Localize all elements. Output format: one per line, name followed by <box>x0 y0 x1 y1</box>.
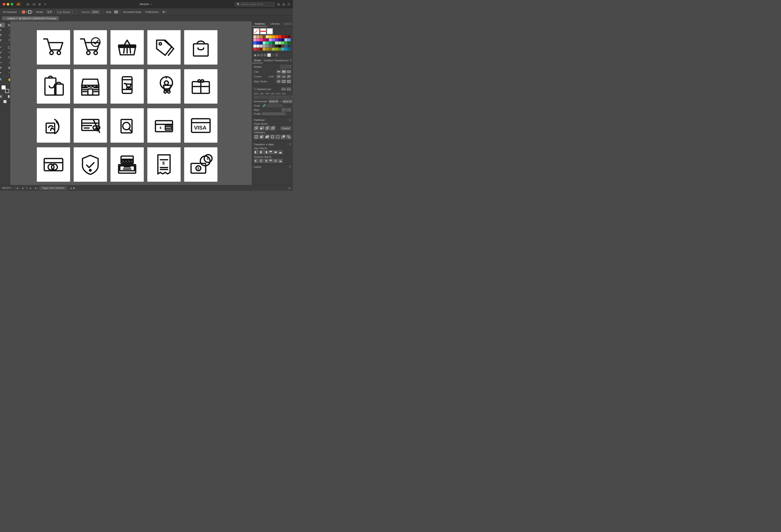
swatch[interactable] <box>275 35 278 38</box>
align-inside-btn[interactable] <box>282 80 286 83</box>
panel-mode-icon-1[interactable]: ◉ <box>254 53 256 57</box>
preferences-btn[interactable]: Preferences <box>144 10 160 14</box>
touch-type-tool[interactable]: T <box>5 38 10 43</box>
style-box[interactable] <box>114 10 118 13</box>
icon-cell-visa[interactable]: VISA <box>184 108 217 142</box>
grid-icon[interactable]: ⊞ <box>38 3 41 6</box>
align-center-btn[interactable] <box>277 80 281 83</box>
arrange-icon[interactable]: ⊞ <box>277 2 280 6</box>
measure-tool[interactable]: ↔ <box>5 70 10 75</box>
swatch[interactable] <box>263 35 265 38</box>
pf-minus-back-btn[interactable] <box>281 135 286 139</box>
icon-cell-debit-card[interactable] <box>37 147 70 182</box>
icon-cell-cart[interactable] <box>37 30 70 65</box>
pathfinder-menu-icon[interactable]: ☰ <box>289 119 291 121</box>
swatch[interactable] <box>263 45 265 47</box>
panel-menu-icon[interactable]: ☰ <box>290 23 292 26</box>
swatch[interactable] <box>259 41 262 44</box>
canvas-area[interactable]: $ VISA <box>10 21 252 185</box>
dash-input-1[interactable] <box>254 96 260 99</box>
zoom-chevron[interactable]: ▾ <box>12 187 13 189</box>
swatch[interactable] <box>284 38 287 41</box>
grid-large-icon[interactable]: ⊟ <box>287 23 289 26</box>
swatch[interactable] <box>284 41 287 44</box>
cap-round-btn[interactable] <box>282 70 286 74</box>
swatch[interactable] <box>284 35 287 38</box>
swatches-tab[interactable]: Swatches <box>252 21 268 27</box>
align-outside-btn[interactable] <box>287 80 291 83</box>
libraries-tab[interactable]: Libraries <box>268 21 283 27</box>
swatch[interactable] <box>288 45 290 47</box>
swatch[interactable] <box>263 38 265 41</box>
hand-tool[interactable]: ✋ <box>5 77 10 82</box>
panel-new-icon[interactable]: ☰ <box>275 53 278 57</box>
icon-cell-card-payment[interactable]: $ <box>147 108 180 142</box>
gradient-tab[interactable]: Gradient <box>263 58 274 63</box>
opacity-value[interactable]: 100% <box>91 10 99 14</box>
none-swatch[interactable] <box>253 28 259 34</box>
weight-input[interactable] <box>280 65 289 69</box>
panel-icon[interactable]: ▤ <box>282 2 285 6</box>
stroke-chevron[interactable]: ▾ <box>32 10 33 13</box>
paintbrush-tool[interactable]: 🖌 <box>0 50 5 55</box>
panel-menu-btn[interactable]: ⋯ <box>272 53 275 57</box>
zoom-tool[interactable]: 🔍 <box>0 77 5 82</box>
panel-mode-icon-4[interactable]: ⊞ <box>264 53 266 57</box>
pf-extra-btn[interactable] <box>286 135 291 139</box>
warp-tool[interactable]: 〜 <box>0 60 5 65</box>
pf-outline-btn[interactable] <box>276 135 280 139</box>
artboard-prev-start-btn[interactable]: |◄ <box>15 187 19 190</box>
select-tool[interactable] <box>0 23 5 28</box>
close-button[interactable] <box>3 3 5 6</box>
status-scroll-right[interactable]: ▶ <box>289 187 291 189</box>
swatch[interactable] <box>266 38 269 41</box>
maximize-button[interactable] <box>11 3 13 6</box>
swatch[interactable] <box>278 41 281 44</box>
scale-link-icon[interactable]: 🔗 <box>262 104 266 107</box>
white-swatch[interactable] <box>267 28 273 34</box>
color-mode-btn[interactable] <box>0 94 5 99</box>
dashed-checkbox[interactable] <box>254 88 256 90</box>
pf-exclude-btn[interactable] <box>271 126 275 130</box>
special-swatch[interactable] <box>260 28 266 34</box>
stroke-swatch[interactable] <box>28 10 31 13</box>
swatch[interactable] <box>256 48 259 51</box>
swatch[interactable] <box>275 48 278 51</box>
swatch[interactable] <box>263 41 265 44</box>
pen-tool[interactable] <box>0 33 5 38</box>
screen-mode-btn[interactable]: ⬜ <box>1 99 9 104</box>
scale-start-input[interactable] <box>266 104 274 107</box>
swatch[interactable] <box>269 41 272 44</box>
pf-trim-btn[interactable] <box>259 135 264 139</box>
arrowhead-end-select[interactable]: None <box>282 99 292 103</box>
cap-butt-btn[interactable] <box>277 70 281 74</box>
swatch[interactable] <box>266 48 269 51</box>
corner-round-btn[interactable] <box>282 75 286 78</box>
profile-flip-icon[interactable]: ↔ <box>286 113 289 115</box>
expand-btn[interactable]: Expand <box>281 126 291 130</box>
align-bottom-btn[interactable] <box>278 150 283 154</box>
swatch[interactable] <box>253 41 256 44</box>
dash-input-2[interactable] <box>269 96 275 99</box>
dist-left-btn[interactable] <box>254 159 258 163</box>
artboard-prev-btn[interactable]: ◄ <box>21 187 24 190</box>
stroke-colors[interactable]: ⇄ ▾ <box>22 10 33 13</box>
icon-cell-price-tag[interactable] <box>147 30 180 65</box>
swatch[interactable] <box>278 35 281 38</box>
dashed-auto-btn[interactable] <box>281 87 286 91</box>
corner-bevel-btn[interactable] <box>287 75 291 78</box>
swatch[interactable] <box>266 45 269 47</box>
gap-input-1[interactable] <box>261 96 268 99</box>
icon-cell-shopping-bag[interactable] <box>184 30 217 65</box>
align-btn-2[interactable]: → <box>287 108 291 112</box>
swatch[interactable] <box>259 45 262 47</box>
profile-bar[interactable] <box>262 113 286 115</box>
align-hcenter-btn[interactable] <box>259 150 263 154</box>
play-prev-btn[interactable]: ◄ <box>69 187 73 190</box>
play-btn[interactable]: ▶ <box>73 187 76 190</box>
blob-tool[interactable]: ⚬ <box>5 50 10 55</box>
icon-cell-money-coins[interactable]: $ $ <box>184 147 217 182</box>
pf-unite-btn[interactable] <box>254 126 259 130</box>
icon-cell-store[interactable] <box>74 69 107 104</box>
swatch[interactable] <box>288 41 290 44</box>
